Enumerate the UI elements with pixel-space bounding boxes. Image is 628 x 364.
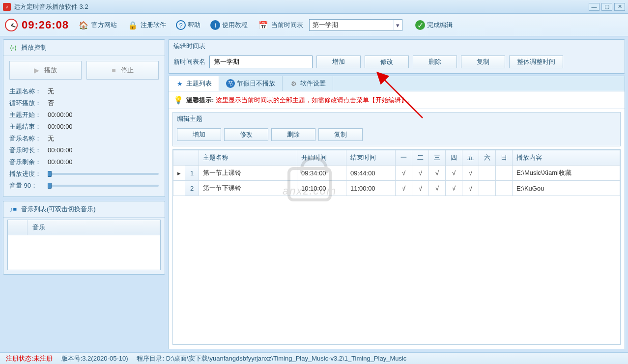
stop-icon: ■ — [112, 66, 115, 74]
schedule-delete-button[interactable]: 删除 — [413, 56, 457, 68]
tab-holidays[interactable]: 节节假日不播放 — [219, 76, 283, 91]
finish-edit-button[interactable]: ✓ 完成编辑 — [411, 20, 457, 30]
tutorial-label: 使用教程 — [222, 21, 248, 29]
tab-bar: ★主题列表 节节假日不播放 ⚙软件设置 — [168, 76, 625, 91]
theme-modify-button[interactable]: 修改 — [224, 128, 268, 141]
theme-add-button[interactable]: 增加 — [177, 128, 221, 141]
volume-label: 音量 90： — [9, 180, 48, 192]
schedule-name-label: 新时间表名 — [173, 57, 205, 66]
path-value: D:\桌面\安下载\yuanfangdsbfyyrjanxz\Timing_Pl… — [166, 355, 407, 362]
lock-icon: 🔒 — [127, 19, 139, 31]
col-start[interactable]: 开始时间 — [297, 150, 346, 166]
col-marker — [173, 150, 185, 166]
stop-button[interactable]: ■停止 — [86, 61, 159, 80]
schedule-copy-button[interactable]: 复制 — [461, 56, 505, 68]
col-d5[interactable]: 五 — [462, 150, 479, 166]
music-list-icon: ♪≡ — [8, 204, 18, 214]
edit-theme-group: 编辑主题 增加 修改 删除 复制 — [172, 112, 621, 146]
loop-label: 循环播放： — [9, 97, 48, 109]
website-button[interactable]: 🏠 官方网站 — [74, 19, 121, 31]
gear-icon: ⚙ — [289, 79, 298, 88]
play-panel-title: 播放控制 — [21, 43, 47, 52]
version-value: 3.2(2020-05-10) — [82, 355, 128, 362]
schedule-name-input[interactable] — [209, 56, 313, 68]
reg-status-label: 注册状态: — [6, 355, 33, 362]
music-name-label: 音乐名称： — [9, 133, 48, 144]
music-len-value: 00:00:00 — [48, 144, 73, 156]
col-content[interactable]: 播放内容 — [513, 150, 620, 166]
close-button[interactable]: ✕ — [614, 3, 625, 11]
theme-delete-button[interactable]: 删除 — [271, 128, 315, 141]
table-row[interactable]: ▸1第一节上课铃09:34:0009:44:00√√√√√E:\Music\Xi… — [173, 166, 620, 181]
play-button[interactable]: ▶播放 — [9, 61, 82, 80]
clock-time: 09:26:08 — [22, 19, 69, 31]
main-toolbar: 09:26:08 🏠 官方网站 🔒 注册软件 ? 帮助 i 使用教程 📅 当前时… — [0, 14, 628, 36]
music-list[interactable]: 音乐 — [7, 220, 161, 270]
schedule-add-button[interactable]: 增加 — [316, 56, 361, 68]
progress-slider[interactable] — [48, 173, 159, 175]
calendar-icon: 📅 — [257, 19, 269, 31]
tab-themes-label: 主题列表 — [186, 79, 212, 88]
reg-status-value: 未注册 — [33, 355, 53, 362]
col-num — [185, 150, 199, 166]
register-label: 注册软件 — [141, 21, 166, 29]
star-icon: ★ — [175, 79, 184, 88]
theme-start-value: 00:00:00 — [48, 109, 73, 121]
schedule-adjust-time-button[interactable]: 整体调整时间 — [509, 56, 563, 68]
edit-theme-title: 编辑主题 — [173, 112, 620, 125]
current-schedule-group: 📅 当前时间表 — [254, 19, 307, 31]
chevron-down-icon[interactable]: ▾ — [394, 20, 401, 30]
help-label: 帮助 — [188, 21, 200, 29]
music-remain-value: 00:00:00 — [48, 156, 73, 168]
play-icon: ▶ — [34, 66, 39, 74]
volume-slider[interactable] — [48, 185, 159, 187]
minimize-button[interactable]: — — [589, 3, 599, 11]
music-remain-label: 音乐剩余： — [9, 156, 48, 168]
music-list-panel: ♪≡ 音乐列表(可双击切换音乐) 音乐 — [3, 201, 165, 275]
help-button[interactable]: ? 帮助 — [172, 20, 204, 30]
col-d4[interactable]: 四 — [446, 150, 462, 166]
col-end[interactable]: 结束时间 — [346, 150, 396, 166]
music-name-value: 无 — [48, 133, 54, 144]
play-control-panel: ⟨◦⟩ 播放控制 ▶播放 ■停止 主题名称：无 循环播放：否 主题开始：00:0… — [3, 39, 165, 197]
col-d6[interactable]: 六 — [479, 150, 496, 166]
theme-copy-button[interactable]: 复制 — [318, 128, 363, 141]
col-d7[interactable]: 日 — [496, 150, 513, 166]
play-panel-icon: ⟨◦⟩ — [8, 43, 18, 53]
schedule-select[interactable] — [309, 19, 402, 31]
tab-settings[interactable]: ⚙软件设置 — [283, 76, 333, 91]
col-theme-name[interactable]: 主题名称 — [199, 150, 297, 166]
table-row[interactable]: 2第一节下课铃10:10:0011:00:00√√√√√E:\KuGou — [173, 181, 620, 196]
finish-edit-label: 完成编辑 — [427, 21, 453, 29]
path-label: 程序目录: — [137, 355, 164, 362]
edit-schedule-title: 编辑时间表 — [169, 40, 625, 53]
loop-value: 否 — [48, 97, 54, 109]
window-title: 远方定时音乐播放软件 3.2 — [14, 2, 587, 11]
music-col-name: 音乐 — [28, 220, 160, 235]
tab-settings-label: 软件设置 — [300, 79, 326, 88]
tab-themes[interactable]: ★主题列表 — [169, 76, 219, 91]
register-button[interactable]: 🔒 注册软件 — [123, 19, 170, 31]
tutorial-button[interactable]: i 使用教程 — [206, 20, 252, 30]
check-icon: ✓ — [415, 20, 425, 30]
col-d1[interactable]: 一 — [396, 150, 412, 166]
home-icon: 🏠 — [78, 19, 89, 31]
theme-name-value: 无 — [48, 85, 54, 97]
maximize-button[interactable]: ▢ — [601, 3, 612, 11]
help-icon: ? — [176, 20, 186, 30]
status-bar: 注册状态:未注册 版本号:3.2(2020-05-10) 程序目录: D:\桌面… — [0, 352, 628, 364]
bulb-icon: 💡 — [173, 95, 183, 105]
col-d3[interactable]: 三 — [429, 150, 446, 166]
theme-end-label: 主题结束： — [9, 121, 48, 133]
stop-button-label: 停止 — [121, 66, 134, 75]
theme-table-wrap[interactable]: 主题名称 开始时间 结束时间 一 二 三 四 五 六 日 播放内容 — [172, 149, 621, 345]
schedule-modify-button[interactable]: 修改 — [365, 56, 409, 68]
website-label: 官方网站 — [91, 21, 117, 29]
progress-label: 播放进度： — [9, 168, 48, 180]
theme-table: 主题名称 开始时间 结束时间 一 二 三 四 五 六 日 播放内容 — [173, 150, 620, 196]
col-d2[interactable]: 二 — [412, 150, 429, 166]
edit-schedule-group: 编辑时间表 新时间表名 增加 修改 删除 复制 整体调整时间 — [168, 39, 625, 74]
info-icon: i — [210, 20, 220, 30]
tip-prefix: 温馨提示: — [186, 96, 216, 104]
music-list-title: 音乐列表(可双击切换音乐) — [21, 205, 96, 214]
